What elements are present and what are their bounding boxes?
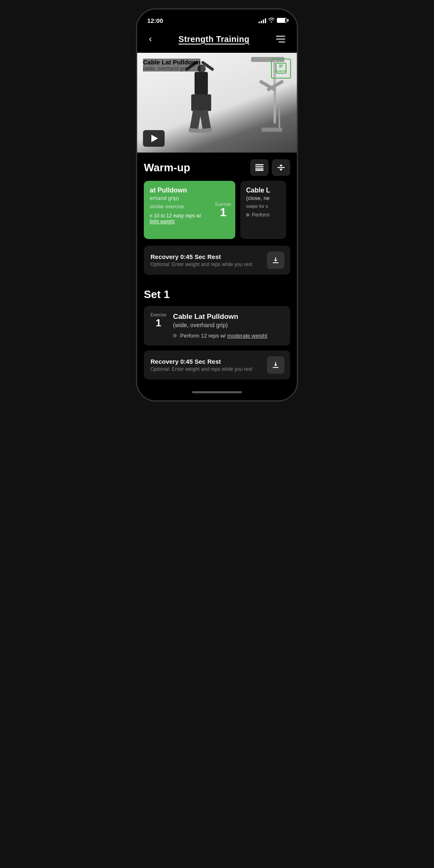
- wifi-icon: [268, 17, 275, 24]
- svg-rect-4: [255, 166, 264, 168]
- battery-icon: [277, 18, 287, 23]
- video-exercise-title: Cable Lat Pulldown: [143, 59, 200, 66]
- svg-marker-9: [279, 169, 283, 171]
- svg-text:IP: IP: [279, 64, 283, 69]
- list-view-button[interactable]: [250, 159, 269, 176]
- set1-exercise-numval: 1: [150, 317, 166, 329]
- set1-exercise-number: Exercise 1: [150, 313, 166, 329]
- warmup-recovery-sub: Optional: Enter weight and reps while yo…: [150, 261, 252, 267]
- menu-button[interactable]: [273, 34, 289, 44]
- svg-rect-5: [255, 168, 264, 170]
- warmup-card-active-desc: similar exercise: [150, 204, 210, 210]
- nav-bar: ‹ Strength Training: [137, 28, 297, 53]
- status-icons: [259, 17, 287, 24]
- signal-icon: [259, 17, 266, 23]
- set1-exercise-title: Cable Lat Pulldown: [173, 313, 267, 321]
- warmup-card-active-title: at Pulldown: [150, 187, 210, 194]
- warmup-exercise-numval: 1: [215, 207, 231, 218]
- play-button[interactable]: [143, 130, 165, 147]
- warmup-recovery-title: Recovery 0:45 Sec Rest: [150, 253, 252, 260]
- warmup-card-peek[interactable]: Cable L (close, ne swipe for s Perform: [240, 181, 286, 239]
- menu-line-3: [279, 42, 285, 42]
- warmup-card-exercise-num: Exercise 1: [215, 202, 231, 218]
- status-bar: 12:00: [137, 10, 297, 28]
- set1-recovery-row: Recovery 0:45 Sec Rest Optional: Enter w…: [144, 350, 290, 380]
- set1-exercise-label: Exercise: [150, 313, 166, 317]
- warmup-header: Warm-up: [144, 153, 290, 181]
- warmup-card-peek-swipe: swipe for s: [246, 204, 282, 209]
- warmup-card-active[interactable]: at Pulldown erhand grip) similar exercis…: [144, 181, 235, 239]
- svg-rect-7: [277, 167, 285, 168]
- home-indicator-bar: [192, 391, 242, 393]
- warmup-cards-row: at Pulldown erhand grip) similar exercis…: [137, 181, 297, 246]
- warmup-card-peek-perform: Perform: [246, 212, 282, 218]
- warmup-title: Warm-up: [144, 161, 190, 174]
- svg-text:IRONPARK: IRONPARK: [275, 70, 287, 72]
- play-icon: [151, 135, 158, 142]
- warmup-section: Warm-up: [137, 153, 297, 275]
- svg-rect-6: [255, 170, 264, 171]
- warmup-recovery-row: Recovery 0:45 Sec Rest Optional: Enter w…: [144, 246, 290, 275]
- set1-recovery-title: Recovery 0:45 Sec Rest: [150, 358, 252, 365]
- set1-title: Set 1: [144, 281, 290, 306]
- phone-frame: 12:00 ‹ Strength Training: [136, 8, 298, 402]
- warmup-card-peek-subtitle: (close, ne: [246, 195, 282, 201]
- svg-rect-11: [273, 367, 279, 368]
- set1-exercise-perform: Perform 12 reps w/ moderate weight: [173, 333, 267, 339]
- video-label: Cable Lat Pulldown (wide, overhand grip): [143, 59, 200, 72]
- warmup-actions: [250, 159, 290, 176]
- status-time: 12:00: [147, 17, 163, 24]
- set1-recovery-download-button[interactable]: [267, 356, 284, 374]
- video-container: Cable Lat Pulldown (wide, overhand grip)…: [137, 53, 297, 153]
- warmup-card-active-instruction: n 10 to 12 easy reps w/ light weight: [150, 213, 210, 224]
- set1-exercise-subtitle: (wide, overhand grip): [173, 322, 267, 328]
- menu-line-2: [276, 39, 285, 39]
- warmup-card-active-subtitle: erhand grip): [150, 195, 210, 201]
- warmup-card-peek-title: Cable L: [246, 187, 282, 194]
- svg-rect-3: [255, 164, 264, 165]
- warmup-recovery-download-button[interactable]: [267, 252, 284, 269]
- set1-section: Set 1 Exercise 1 Cable Lat Pulldown (wid…: [137, 281, 297, 380]
- menu-line-1: [276, 36, 285, 37]
- video-exercise-subtitle: (wide, overhand grip): [143, 66, 200, 72]
- set1-exercise-card[interactable]: Exercise 1 Cable Lat Pulldown (wide, ove…: [144, 306, 290, 345]
- home-indicator: [137, 386, 297, 400]
- back-button[interactable]: ‹: [145, 32, 155, 46]
- set1-recovery-sub: Optional: Enter weight and reps while yo…: [150, 366, 252, 372]
- svg-rect-10: [273, 262, 279, 263]
- brand-logo: IP IRONPARK: [271, 59, 291, 79]
- svg-marker-8: [279, 164, 283, 166]
- page-title: Strength Training: [178, 35, 249, 44]
- collapse-button[interactable]: [272, 159, 290, 176]
